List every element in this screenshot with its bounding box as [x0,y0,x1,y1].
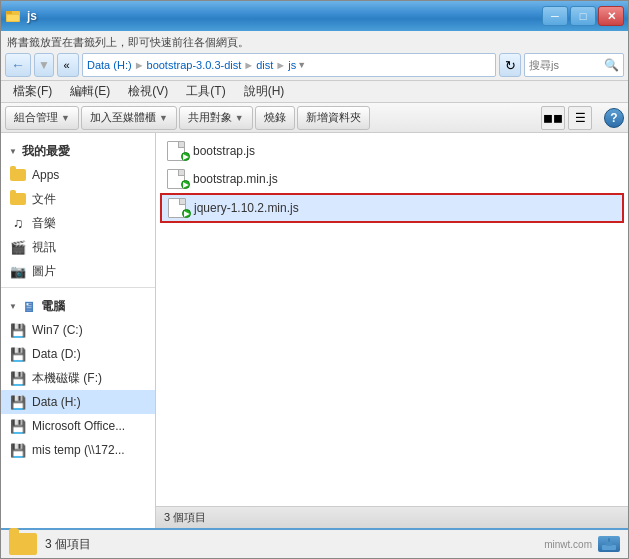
computer-header[interactable]: ▼ 🖥 電腦 [1,292,155,318]
bottom-folder-icon [9,533,37,555]
file-item-jquery[interactable]: ▶ jquery-1.10.2.min.js [160,193,624,223]
sidebar-item-msoffice[interactable]: 💾 Microsoft Office... [1,414,155,438]
help-button[interactable]: ? [604,108,624,128]
network-icon [598,536,620,552]
computer-label: 電腦 [41,298,65,315]
breadcrumb-part-2[interactable]: bootstrap-3.0.3-dist [147,59,242,71]
file-item-bootstrap-min-js[interactable]: ▶ bootstrap.min.js [160,165,624,193]
svg-rect-1 [6,11,12,14]
menu-view[interactable]: 檢視(V) [120,81,176,102]
breadcrumb-part-3[interactable]: dist [256,59,273,71]
sidebar-scroll-area: ▼ 我的最愛 Apps 文件 ♫ [1,133,155,528]
sidebar-item-video[interactable]: 🎬 視訊 [1,235,155,259]
window: js ─ □ ✕ 將書籤放置在書籤列上，即可快速前往各個網頁。 ← ▼ « Da… [0,0,629,559]
search-input[interactable] [529,59,601,71]
sidebar-item-mistemp[interactable]: 💾 mis temp (\\172... [1,438,155,462]
computer-icon-inline: 🖥 [22,299,36,315]
menu-tools[interactable]: 工具(T) [178,81,233,102]
tip-bar: 將書籤放置在書籤列上，即可快速前往各個網頁。 [5,34,624,51]
drive-c-icon: 💾 [9,321,27,339]
main-content: ▼ 我的最愛 Apps 文件 ♫ [1,133,628,528]
status-item-count: 3 個項目 [164,510,620,525]
left-panel: ▼ 我的最愛 Apps 文件 ♫ [1,133,156,528]
sidebar-mistemp-label: mis temp (\\172... [32,443,125,457]
sidebar-item-datah[interactable]: 💾 Data (H:) [1,390,155,414]
maximize-button[interactable]: □ [570,6,596,26]
drive-d-icon: 💾 [9,345,27,363]
view-toggle-button[interactable]: ◼◼ [541,106,565,130]
up-button[interactable]: « [57,53,79,77]
back-button[interactable]: ← [5,53,31,77]
sidebar-divider [1,287,155,288]
view-list-button[interactable]: ☰ [568,106,592,130]
apps-folder-icon [9,166,27,184]
file-icon-bootstrap-min-js: ▶ [167,169,187,189]
breadcrumb-part-4[interactable]: js [288,59,296,71]
close-button[interactable]: ✕ [598,6,624,26]
file-item-bootstrap-js[interactable]: ▶ bootstrap.js [160,137,624,165]
add-media-button[interactable]: 加入至媒體櫃 ▼ [81,106,177,130]
favorites-label: 我的最愛 [22,143,70,160]
menu-edit[interactable]: 編輯(E) [62,81,118,102]
refresh-button[interactable]: ↻ [499,53,521,77]
sidebar-item-drivef[interactable]: 💾 本機磁碟 (F:) [1,366,155,390]
forward-button[interactable]: ▼ [34,53,54,77]
sidebar-drivef-label: 本機磁碟 (F:) [32,370,102,387]
status-bar: 3 個項目 [156,506,628,528]
sidebar-datah-label: Data (H:) [32,395,81,409]
share-chevron: ▼ [235,113,244,123]
sidebar-video-label: 視訊 [32,239,56,256]
breadcrumb-part-1[interactable]: Data (H:) [87,59,132,71]
file-icon-jquery: ▶ [168,198,188,218]
menu-bar: 檔案(F) 編輯(E) 檢視(V) 工具(T) 說明(H) [1,81,628,103]
window-title: js [27,9,542,23]
nav-row: ← ▼ « Data (H:) ► bootstrap-3.0.3-dist ►… [5,53,624,77]
new-folder-button[interactable]: 新增資料夾 [297,106,370,130]
sidebar-item-pictures[interactable]: 📷 圖片 [1,259,155,283]
burn-button[interactable]: 燒錄 [255,106,295,130]
organize-button[interactable]: 組合管理 ▼ [5,106,79,130]
share-button[interactable]: 共用對象 ▼ [179,106,253,130]
bottom-status-bar: 3 個項目 minwt.com [1,528,628,558]
watermark: minwt.com [544,539,592,550]
music-icon: ♫ [9,214,27,232]
organize-chevron: ▼ [61,113,70,123]
sidebar-item-music[interactable]: ♫ 音樂 [1,211,155,235]
sidebar-apps-label: Apps [32,168,59,182]
minimize-button[interactable]: ─ [542,6,568,26]
file-name-bootstrap-js: bootstrap.js [193,144,255,158]
documents-folder-icon [9,190,27,208]
window-icon [5,7,23,25]
breadcrumb[interactable]: Data (H:) ► bootstrap-3.0.3-dist ► dist … [82,53,496,77]
sidebar-pictures-label: 圖片 [32,263,56,280]
toolbar-right: ◼◼ ☰ ? [541,106,624,130]
sidebar-item-win7c[interactable]: 💾 Win7 (C:) [1,318,155,342]
sidebar-item-documents[interactable]: 文件 [1,187,155,211]
file-list: ▶ bootstrap.js ▶ bootstrap.min.js [156,133,628,506]
menu-file[interactable]: 檔案(F) [5,81,60,102]
sidebar-documents-label: 文件 [32,191,56,208]
svg-rect-2 [7,15,19,21]
sidebar-win7c-label: Win7 (C:) [32,323,83,337]
title-bar: js ─ □ ✕ [1,1,628,31]
drive-h-icon: 💾 [9,393,27,411]
computer-triangle: ▼ [9,302,17,311]
sidebar-item-datad[interactable]: 💾 Data (D:) [1,342,155,366]
file-icon-bootstrap-js: ▶ [167,141,187,161]
drive-f-icon: 💾 [9,369,27,387]
add-media-chevron: ▼ [159,113,168,123]
search-box: 🔍 [524,53,624,77]
file-name-bootstrap-min-js: bootstrap.min.js [193,172,278,186]
search-icon[interactable]: 🔍 [604,58,619,72]
favorites-triangle: ▼ [9,147,17,156]
menu-help[interactable]: 說明(H) [236,81,293,102]
favorites-header[interactable]: ▼ 我的最愛 [1,137,155,163]
address-bar-area: 將書籤放置在書籤列上，即可快速前往各個網頁。 ← ▼ « Data (H:) ►… [1,31,628,81]
pictures-icon: 📷 [9,262,27,280]
sidebar-item-apps[interactable]: Apps [1,163,155,187]
bottom-item-count: 3 個項目 [45,536,91,553]
right-panel: ▶ bootstrap.js ▶ bootstrap.min.js [156,133,628,528]
sidebar-msoffice-label: Microsoft Office... [32,419,125,433]
svg-rect-5 [608,538,610,542]
toolbar: 組合管理 ▼ 加入至媒體櫃 ▼ 共用對象 ▼ 燒錄 新增資料夾 ◼◼ ☰ ? [1,103,628,133]
